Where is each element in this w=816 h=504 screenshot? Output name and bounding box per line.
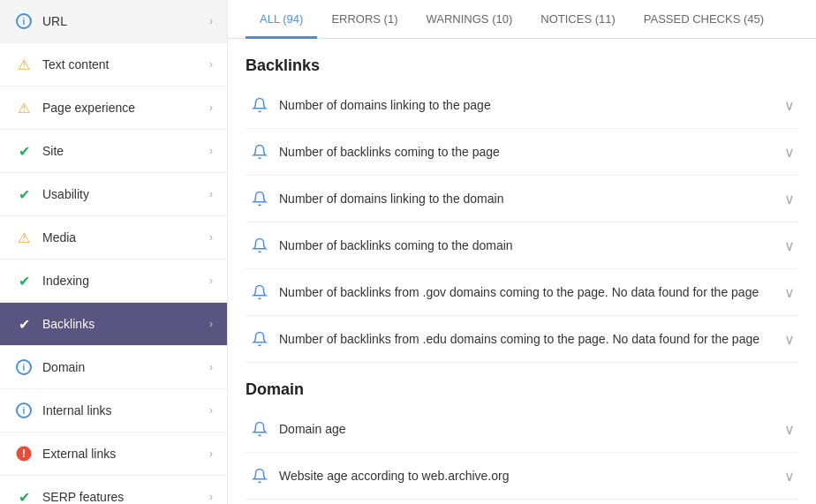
check-item-d2[interactable]: Website age according to web.archive.org… — [246, 453, 798, 500]
tab-errors[interactable]: ERRORS (1) — [317, 0, 412, 39]
content-area: Backlinks Number of domains linking to t… — [228, 39, 816, 504]
tab-all[interactable]: ALL (94) — [246, 0, 317, 39]
chevron-right-icon: › — [209, 102, 213, 114]
sidebar-item-label: Page experience — [42, 101, 206, 115]
sidebar-item-label: Internal links — [42, 403, 206, 417]
chevron-right-icon: › — [209, 145, 213, 157]
expand-icon: ∨ — [784, 144, 795, 161]
expand-icon: ∨ — [784, 237, 795, 254]
sidebar: i URL › ⚠ Text content › ⚠ Page experien… — [0, 0, 228, 504]
check-item-bl1[interactable]: Number of domains linking to the page ∨ — [246, 82, 798, 129]
bell-icon — [249, 94, 270, 116]
chevron-right-icon: › — [209, 361, 213, 373]
sidebar-item-label: URL — [42, 14, 206, 28]
backlinks-status-icon: ✔ — [14, 314, 34, 334]
sidebar-item-label: Text content — [42, 57, 206, 71]
sidebar-item-site[interactable]: ✔ Site › — [0, 130, 227, 173]
url-status-icon: i — [14, 11, 34, 31]
sidebar-item-label: Indexing — [42, 274, 206, 288]
check-text: Number of backlinks from .edu domains co… — [279, 332, 775, 346]
domain-section-title: Domain — [246, 363, 798, 406]
chevron-right-icon: › — [209, 188, 213, 200]
sidebar-item-label: Usability — [42, 187, 206, 201]
expand-icon: ∨ — [784, 191, 795, 207]
usability-status-icon: ✔ — [14, 184, 34, 204]
expand-icon: ∨ — [784, 284, 795, 301]
check-item-bl5[interactable]: Number of backlinks from .gov domains co… — [246, 269, 798, 316]
media-status-icon: ⚠ — [14, 228, 34, 247]
check-text: Number of backlinks coming to the page — [279, 145, 775, 159]
check-item-bl2[interactable]: Number of backlinks coming to the page ∨ — [246, 129, 798, 176]
check-item-bl3[interactable]: Number of domains linking to the domain … — [246, 176, 798, 222]
check-text: Website age according to web.archive.org — [279, 469, 775, 483]
svg-text:!: ! — [22, 448, 26, 460]
sidebar-item-label: Domain — [42, 360, 206, 374]
sidebar-item-backlinks[interactable]: ✔ Backlinks › — [0, 303, 227, 346]
check-item-d3[interactable]: ✓ The domain expires in more than 30 day… — [246, 500, 798, 504]
bell-icon — [249, 418, 270, 440]
check-item-bl4[interactable]: Number of backlinks coming to the domain… — [246, 222, 798, 269]
chevron-right-icon: › — [209, 58, 213, 71]
sidebar-item-page-experience[interactable]: ⚠ Page experience › — [0, 87, 227, 130]
expand-icon: ∨ — [784, 468, 795, 485]
text-content-status-icon: ⚠ — [14, 55, 34, 74]
sidebar-item-label: External links — [42, 447, 206, 461]
chevron-right-icon: › — [209, 231, 213, 244]
sidebar-item-indexing[interactable]: ✔ Indexing › — [0, 260, 227, 303]
chevron-right-icon: › — [209, 404, 213, 417]
sidebar-item-usability[interactable]: ✔ Usability › — [0, 173, 227, 216]
domain-status-icon: i — [14, 357, 34, 377]
backlinks-section-title: Backlinks — [246, 39, 798, 82]
expand-icon: ∨ — [784, 331, 795, 348]
check-text: Domain age — [279, 422, 775, 436]
indexing-status-icon: ✔ — [14, 271, 34, 290]
sidebar-item-internal-links[interactable]: i Internal links › — [0, 389, 227, 433]
check-text: Number of backlinks coming to the domain — [279, 238, 775, 252]
check-text: Number of domains linking to the page — [279, 98, 775, 112]
tab-notices[interactable]: NOTICES (11) — [526, 0, 630, 39]
page-experience-status-icon: ⚠ — [14, 98, 34, 117]
bell-icon — [249, 282, 270, 303]
expand-icon: ∨ — [784, 421, 795, 438]
chevron-right-icon: › — [209, 448, 213, 460]
bell-icon — [249, 328, 270, 350]
tab-warnings[interactable]: WARNINGS (10) — [412, 0, 527, 39]
check-text: Number of domains linking to the domain — [279, 192, 775, 206]
sidebar-item-label: SERP features — [42, 490, 206, 504]
check-item-d1[interactable]: Domain age ∨ — [246, 406, 798, 453]
sidebar-item-external-links[interactable]: ! External links › — [0, 433, 227, 476]
external-links-status-icon: ! — [14, 444, 34, 463]
check-text: Number of backlinks from .gov domains co… — [279, 285, 775, 299]
sidebar-item-label: Backlinks — [42, 317, 206, 331]
chevron-right-icon: › — [209, 491, 213, 503]
sidebar-item-text-content[interactable]: ⚠ Text content › — [0, 43, 227, 87]
expand-icon: ∨ — [784, 97, 795, 114]
sidebar-item-url[interactable]: i URL › — [0, 0, 227, 43]
bell-icon — [249, 235, 270, 256]
sidebar-item-serp-features[interactable]: ✔ SERP features › — [0, 476, 227, 504]
tabs-bar: ALL (94) ERRORS (1) WARNINGS (10) NOTICE… — [228, 0, 816, 39]
bell-icon — [249, 465, 270, 486]
bell-icon — [249, 141, 270, 162]
chevron-right-icon: › — [209, 15, 213, 27]
internal-links-status-icon: i — [14, 401, 34, 420]
main-content: ALL (94) ERRORS (1) WARNINGS (10) NOTICE… — [228, 0, 816, 504]
sidebar-item-label: Site — [42, 144, 206, 158]
check-item-bl6[interactable]: Number of backlinks from .edu domains co… — [246, 316, 798, 363]
chevron-right-icon: › — [209, 275, 213, 287]
site-status-icon: ✔ — [14, 141, 34, 161]
sidebar-item-media[interactable]: ⚠ Media › — [0, 216, 227, 260]
bell-icon — [249, 188, 270, 209]
tab-passed[interactable]: PASSED CHECKS (45) — [630, 0, 778, 39]
sidebar-item-label: Media — [42, 230, 206, 244]
chevron-right-icon: › — [209, 318, 213, 330]
serp-status-icon: ✔ — [14, 487, 34, 504]
sidebar-item-domain[interactable]: i Domain › — [0, 346, 227, 389]
